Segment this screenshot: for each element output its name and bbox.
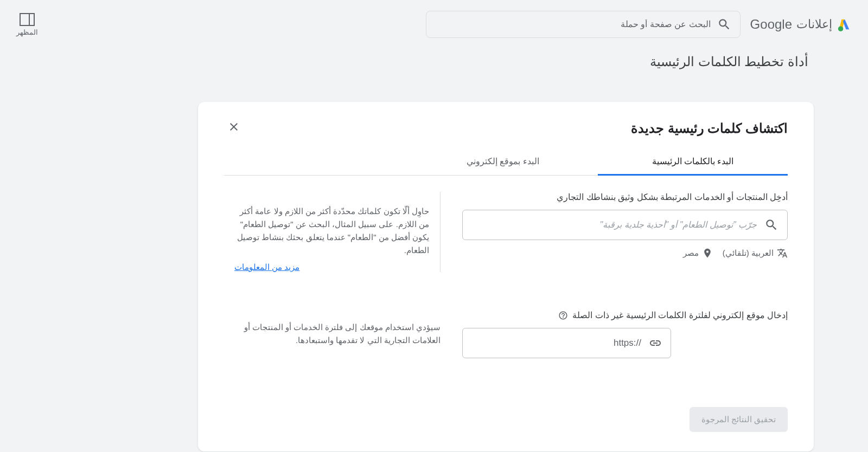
global-search[interactable]	[426, 11, 741, 38]
page-title: أداة تخطيط الكلمات الرئيسية	[0, 43, 868, 69]
help-icon[interactable]	[558, 311, 568, 320]
card-title: اكتشاف كلمات رئيسية جديدة	[631, 121, 788, 136]
search-icon	[717, 17, 731, 31]
appearance-toggle[interactable]: المظهر	[16, 13, 38, 36]
keyword-input-container[interactable]	[462, 210, 788, 240]
appearance-label: المظهر	[16, 28, 38, 36]
language-label: العربية (تلقائي)	[723, 248, 774, 258]
search-icon	[764, 218, 778, 232]
link-icon	[649, 337, 662, 350]
more-info-link[interactable]: مزيد من المعلومات	[234, 262, 429, 272]
close-icon	[227, 120, 240, 133]
tab-keywords[interactable]: البدء بالكلمات الرئيسية	[598, 148, 788, 176]
url-input[interactable]	[471, 338, 606, 348]
language-selector[interactable]: العربية (تلقائي)	[723, 248, 788, 259]
tab-website[interactable]: البدء بموقع إلكتروني	[408, 148, 598, 175]
url-input-container[interactable]: https://	[462, 328, 671, 358]
keyword-input[interactable]	[471, 220, 757, 230]
keyword-help-text: حاوِل ألّا تكون كلماتك محدّدة أكثر من ال…	[234, 205, 429, 257]
google-ads-logo: إعلانات Google	[750, 17, 852, 32]
location-selector[interactable]: مصر	[683, 248, 713, 259]
website-help-text: سيؤدي استخدام موقعك إلى فلترة الخدمات أو…	[234, 321, 441, 347]
layout-icon	[20, 13, 35, 26]
global-search-input[interactable]	[435, 20, 711, 29]
google-label: Google	[750, 17, 792, 32]
location-icon	[702, 248, 713, 259]
translate-icon	[777, 248, 788, 259]
website-filter-label: إدخال موقع إلكتروني لفلترة الكلمات الرئي…	[572, 310, 788, 320]
google-ads-icon	[837, 17, 852, 32]
products-services-label: أدخِل المنتجات أو الخدمات المرتبطة بشكل …	[462, 192, 788, 202]
discover-keywords-card: اكتشاف كلمات رئيسية جديدة البدء بالكلمات…	[198, 102, 814, 451]
get-results-button[interactable]: تحقيق النتائج المرجوة	[690, 407, 788, 432]
svg-point-0	[838, 27, 843, 31]
ads-label: إعلانات	[796, 17, 832, 31]
tabs: البدء بالكلمات الرئيسية البدء بموقع إلكت…	[224, 148, 788, 176]
url-scheme: https://	[614, 338, 641, 348]
close-button[interactable]	[224, 117, 244, 140]
location-label: مصر	[683, 248, 699, 258]
